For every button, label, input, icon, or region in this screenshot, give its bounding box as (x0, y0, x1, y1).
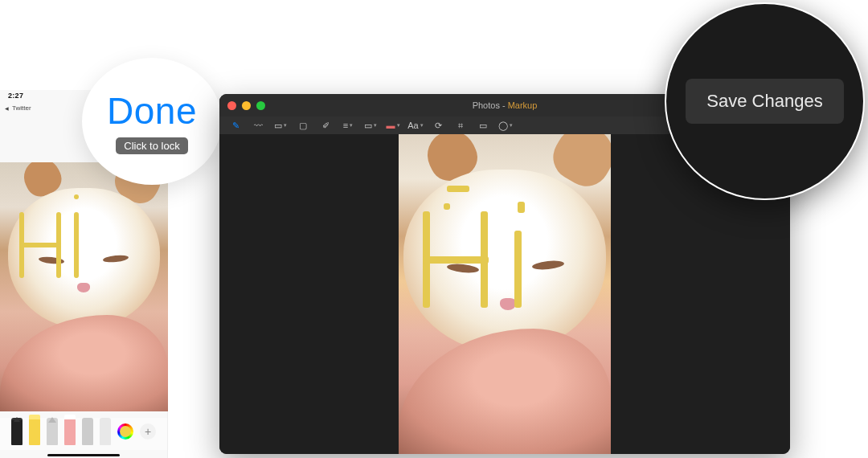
photo-content (399, 329, 611, 454)
rotate-icon[interactable]: ⟳ (432, 120, 444, 131)
sign-icon[interactable]: ✐ (319, 120, 332, 131)
window-controls (227, 101, 265, 110)
iphone-photo-canvas[interactable] (0, 162, 168, 411)
done-callout: Done Click to lock (82, 58, 222, 185)
lasso-tool[interactable] (82, 418, 93, 445)
crop-icon[interactable]: ⌗ (454, 120, 467, 131)
text-style-icon[interactable]: Aa▾ (409, 120, 422, 131)
save-changes-callout: Save Changes (665, 2, 865, 200)
pencil-tool[interactable] (47, 418, 58, 445)
highlighter-tool[interactable] (29, 418, 40, 445)
mac-photo-canvas[interactable] (399, 134, 611, 454)
breadcrumb-back[interactable]: Twitter (5, 104, 31, 112)
sketch-icon[interactable]: ✎ (229, 120, 242, 131)
markup-stroke (19, 243, 61, 247)
photo-content (77, 283, 90, 292)
zoom-icon[interactable] (256, 101, 265, 110)
text-icon[interactable]: ▢ (297, 120, 309, 131)
photo-content (500, 298, 516, 310)
markup-stroke (514, 231, 522, 308)
markup-stroke (447, 186, 469, 192)
describe-icon[interactable]: ▭ (477, 120, 489, 131)
annotate-icon[interactable]: ◯▾ (499, 120, 512, 131)
window-title: Photos - Markup (473, 100, 538, 110)
add-button[interactable]: + (140, 423, 156, 440)
title-mode: Markup (508, 100, 538, 110)
close-icon[interactable] (227, 101, 236, 110)
shape-style-icon[interactable]: ≡▾ (342, 120, 354, 131)
markup-stroke (518, 202, 525, 213)
markup-stroke (423, 256, 489, 264)
markup-stroke (74, 212, 79, 278)
fill-color-icon[interactable]: ▬▾ (387, 120, 399, 131)
ruler-tool[interactable] (100, 418, 111, 445)
pen-tool[interactable] (11, 418, 23, 445)
markup-stroke (74, 194, 79, 199)
minimize-icon[interactable] (242, 101, 251, 110)
home-indicator[interactable] (47, 454, 120, 456)
title-app: Photos (473, 100, 500, 110)
mac-canvas (219, 134, 790, 454)
markup-stroke (444, 203, 450, 210)
shapes-icon[interactable]: ▭▾ (274, 120, 287, 131)
status-time: 2:27 (8, 92, 23, 100)
save-changes-button[interactable]: Save Changes (686, 79, 843, 124)
photo-content (0, 315, 168, 411)
border-color-icon[interactable]: ▭▾ (364, 120, 377, 131)
draw-icon[interactable]: 〰 (252, 120, 264, 131)
breadcrumb-label: Twitter (12, 104, 31, 112)
iphone-markup-toolbar: + (0, 418, 167, 450)
eraser-tool[interactable] (64, 418, 76, 445)
color-picker[interactable] (117, 423, 133, 440)
done-button[interactable]: Done (107, 89, 197, 133)
click-to-lock-hint: Click to lock (116, 137, 187, 154)
photo-content (8, 188, 160, 329)
